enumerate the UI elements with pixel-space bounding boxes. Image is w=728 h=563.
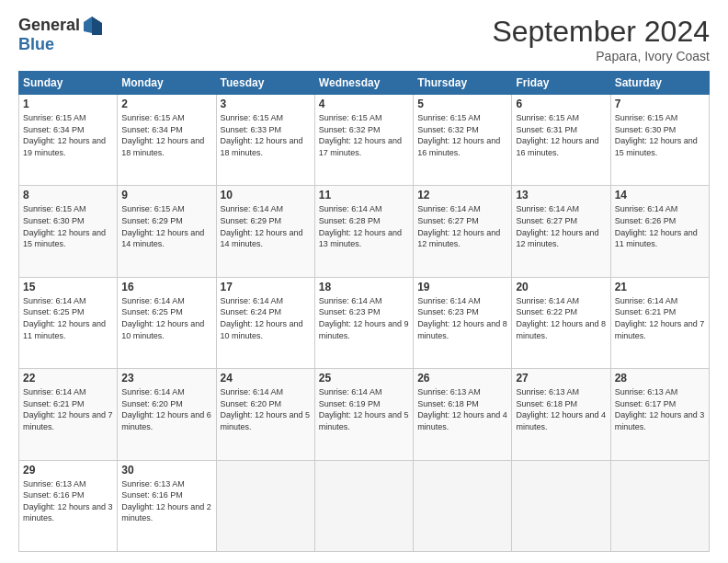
calendar-day-cell: 21Sunrise: 6:14 AMSunset: 6:21 PMDayligh… [610,277,709,368]
day-info: Sunrise: 6:14 AMSunset: 6:25 PMDaylight:… [23,296,106,340]
calendar-day-cell: 14Sunrise: 6:14 AMSunset: 6:26 PMDayligh… [610,186,709,277]
day-number: 14 [615,189,705,201]
day-number: 26 [417,372,507,385]
calendar-header-row: SundayMondayTuesdayWednesdayThursdayFrid… [19,72,710,95]
location: Papara, Ivory Coast [492,49,710,63]
calendar-day-cell: 26Sunrise: 6:13 AMSunset: 6:18 PMDayligh… [414,369,512,460]
day-number: 18 [319,281,409,293]
calendar-week-row: 15Sunrise: 6:14 AMSunset: 6:25 PMDayligh… [19,277,710,368]
day-info: Sunrise: 6:15 AMSunset: 6:30 PMDaylight:… [615,113,698,157]
calendar-day-cell: 27Sunrise: 6:13 AMSunset: 6:18 PMDayligh… [512,369,610,460]
day-info: Sunrise: 6:14 AMSunset: 6:21 PMDaylight:… [23,387,113,431]
calendar-day-cell: 25Sunrise: 6:14 AMSunset: 6:19 PMDayligh… [314,369,413,460]
calendar-day-cell: 9Sunrise: 6:15 AMSunset: 6:29 PMDaylight… [118,186,216,277]
calendar-day-header: Tuesday [216,72,314,95]
day-number: 19 [417,281,507,293]
calendar-day-header: Friday [512,72,610,95]
day-info: Sunrise: 6:14 AMSunset: 6:28 PMDaylight:… [319,204,402,248]
day-number: 23 [121,372,211,385]
calendar-day-cell: 18Sunrise: 6:14 AMSunset: 6:23 PMDayligh… [314,277,413,368]
calendar-day-cell: 4Sunrise: 6:15 AMSunset: 6:32 PMDaylight… [314,95,413,186]
calendar-day-header: Sunday [19,72,118,95]
calendar-day-cell: 3Sunrise: 6:15 AMSunset: 6:33 PMDaylight… [216,95,314,186]
day-info: Sunrise: 6:15 AMSunset: 6:34 PMDaylight:… [23,113,106,157]
calendar-day-cell [512,460,610,551]
day-info: Sunrise: 6:14 AMSunset: 6:24 PMDaylight:… [221,296,303,340]
day-info: Sunrise: 6:14 AMSunset: 6:29 PMDaylight:… [221,204,303,248]
calendar-day-cell [414,460,512,551]
calendar-day-cell: 23Sunrise: 6:14 AMSunset: 6:20 PMDayligh… [118,369,216,460]
calendar-day-cell: 7Sunrise: 6:15 AMSunset: 6:30 PMDaylight… [610,95,709,186]
day-number: 11 [319,189,409,201]
day-info: Sunrise: 6:14 AMSunset: 6:23 PMDaylight:… [319,296,409,340]
day-number: 12 [417,189,507,201]
day-info: Sunrise: 6:14 AMSunset: 6:22 PMDaylight:… [516,296,606,340]
calendar-day-header: Thursday [414,72,512,95]
calendar-table: SundayMondayTuesdayWednesdayThursdayFrid… [18,71,710,552]
day-number: 8 [23,189,113,201]
logo-general-text: General [18,16,80,35]
day-info: Sunrise: 6:13 AMSunset: 6:17 PMDaylight:… [615,387,705,431]
calendar-day-cell: 10Sunrise: 6:14 AMSunset: 6:29 PMDayligh… [216,186,314,277]
calendar-day-cell: 20Sunrise: 6:14 AMSunset: 6:22 PMDayligh… [512,277,610,368]
day-info: Sunrise: 6:15 AMSunset: 6:34 PMDaylight:… [121,113,204,157]
day-number: 4 [319,98,409,110]
day-info: Sunrise: 6:13 AMSunset: 6:18 PMDaylight:… [417,387,507,431]
day-info: Sunrise: 6:14 AMSunset: 6:27 PMDaylight:… [417,204,500,248]
day-number: 5 [417,98,507,110]
day-info: Sunrise: 6:14 AMSunset: 6:20 PMDaylight:… [221,387,311,431]
logo: General Blue [18,15,102,54]
calendar-week-row: 22Sunrise: 6:14 AMSunset: 6:21 PMDayligh… [19,369,710,460]
day-number: 27 [516,372,606,385]
calendar-day-cell: 16Sunrise: 6:14 AMSunset: 6:25 PMDayligh… [118,277,216,368]
calendar-day-cell: 12Sunrise: 6:14 AMSunset: 6:27 PMDayligh… [414,186,512,277]
day-info: Sunrise: 6:15 AMSunset: 6:30 PMDaylight:… [23,204,106,248]
day-number: 24 [221,372,311,385]
calendar-day-cell: 28Sunrise: 6:13 AMSunset: 6:17 PMDayligh… [610,369,709,460]
day-info: Sunrise: 6:15 AMSunset: 6:32 PMDaylight:… [417,113,500,157]
calendar-day-cell: 11Sunrise: 6:14 AMSunset: 6:28 PMDayligh… [314,186,413,277]
day-number: 30 [121,464,211,477]
calendar-day-cell [216,460,314,551]
calendar-day-cell: 17Sunrise: 6:14 AMSunset: 6:24 PMDayligh… [216,277,314,368]
day-number: 17 [221,281,311,293]
calendar-day-cell: 29Sunrise: 6:13 AMSunset: 6:16 PMDayligh… [19,460,118,551]
logo-blue-text: Blue [18,35,54,54]
day-info: Sunrise: 6:15 AMSunset: 6:33 PMDaylight:… [221,113,303,157]
day-number: 9 [121,189,211,201]
calendar-day-cell: 22Sunrise: 6:14 AMSunset: 6:21 PMDayligh… [19,369,118,460]
day-info: Sunrise: 6:14 AMSunset: 6:25 PMDaylight:… [121,296,204,340]
page: General Blue September 2024 Papara, Ivor… [0,0,728,563]
day-number: 3 [221,98,311,110]
day-info: Sunrise: 6:15 AMSunset: 6:31 PMDaylight:… [516,113,598,157]
day-info: Sunrise: 6:13 AMSunset: 6:16 PMDaylight:… [23,479,113,523]
day-number: 25 [319,372,409,385]
day-number: 15 [23,281,113,293]
calendar-day-header: Saturday [610,72,709,95]
day-number: 28 [615,372,705,385]
calendar-day-cell: 6Sunrise: 6:15 AMSunset: 6:31 PMDaylight… [512,95,610,186]
calendar-day-cell: 19Sunrise: 6:14 AMSunset: 6:23 PMDayligh… [414,277,512,368]
day-info: Sunrise: 6:15 AMSunset: 6:32 PMDaylight:… [319,113,402,157]
day-info: Sunrise: 6:14 AMSunset: 6:23 PMDaylight:… [417,296,507,340]
day-info: Sunrise: 6:14 AMSunset: 6:20 PMDaylight:… [121,387,211,431]
calendar-day-cell [314,460,413,551]
calendar-day-cell: 2Sunrise: 6:15 AMSunset: 6:34 PMDaylight… [118,95,216,186]
day-info: Sunrise: 6:13 AMSunset: 6:18 PMDaylight:… [516,387,606,431]
calendar-day-cell: 1Sunrise: 6:15 AMSunset: 6:34 PMDaylight… [19,95,118,186]
day-number: 10 [221,189,311,201]
day-info: Sunrise: 6:14 AMSunset: 6:19 PMDaylight:… [319,387,409,431]
calendar-day-header: Wednesday [314,72,413,95]
day-number: 13 [516,189,606,201]
svg-marker-1 [92,17,102,35]
day-number: 2 [121,98,211,110]
day-number: 21 [615,281,705,293]
day-info: Sunrise: 6:14 AMSunset: 6:26 PMDaylight:… [615,204,698,248]
day-number: 22 [23,372,113,385]
month-title: September 2024 [492,15,710,49]
logo-icon [82,15,102,35]
day-number: 16 [121,281,211,293]
calendar-day-header: Monday [118,72,216,95]
day-info: Sunrise: 6:14 AMSunset: 6:21 PMDaylight:… [615,296,705,340]
header: General Blue September 2024 Papara, Ivor… [18,15,710,63]
